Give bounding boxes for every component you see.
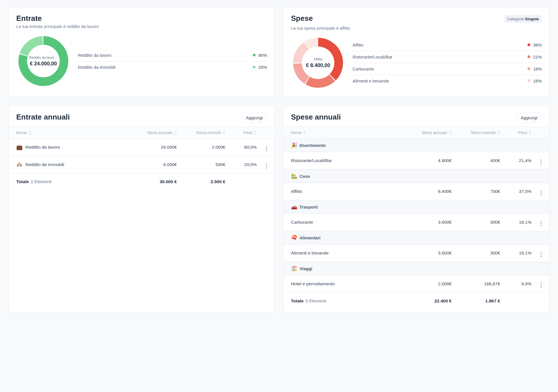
legend-row[interactable]: Reddito da immobili20% bbox=[78, 61, 267, 73]
legend-row[interactable]: Reddito da lavoro80% bbox=[78, 49, 267, 61]
row-menu-button[interactable] bbox=[257, 143, 267, 151]
table-row[interactable]: Carburante3.600€300€16,1% bbox=[284, 214, 549, 231]
row-name: Reddito da immobili bbox=[25, 162, 64, 167]
expense-table-card: Spese annuali Aggiungi Nome Stima annual… bbox=[283, 106, 549, 312]
income-legend: Reddito da lavoro80%Reddito da immobili2… bbox=[78, 49, 267, 73]
legend-pct: 16% bbox=[533, 66, 542, 71]
row-icon: 💼 bbox=[16, 144, 23, 150]
expense-table-footer: Totale5 Elementi 22.400 € 1.867 € bbox=[284, 293, 549, 305]
income-table-title: Entrate annuali bbox=[16, 113, 70, 122]
sort-icon bbox=[223, 131, 225, 135]
income-donut-center-label: Reddito da lavor… bbox=[29, 56, 57, 60]
sort-icon bbox=[29, 131, 31, 135]
expense-legend: Affitto38%Ristorante/Locali/Bar21%Carbur… bbox=[353, 39, 542, 87]
expense-table-title: Spese annuali bbox=[291, 113, 341, 122]
row-weight: 37,5% bbox=[500, 189, 531, 194]
income-table-header: Nome Stima annuale Stima mensile Peso bbox=[9, 127, 274, 139]
table-row[interactable]: 💼Reddito da lavoro24.000€2.000€80,0% bbox=[9, 139, 274, 156]
total-monthly: 1.867 € bbox=[452, 298, 500, 304]
row-monthly: 300€ bbox=[452, 250, 500, 256]
col-monthly[interactable]: Stima mensile bbox=[452, 130, 500, 135]
row-annual: 2.000€ bbox=[403, 281, 452, 286]
more-vertical-icon bbox=[541, 283, 542, 288]
sort-icon bbox=[498, 131, 500, 135]
row-weight: 16,1% bbox=[500, 220, 531, 225]
col-weight[interactable]: Peso bbox=[225, 130, 257, 135]
row-annual: 6.000€ bbox=[128, 162, 177, 167]
group-header[interactable]: 🎉Divertimento bbox=[284, 139, 549, 152]
category-toggle-badge[interactable]: Categorie Singole bbox=[504, 15, 542, 23]
legend-pct: 20% bbox=[258, 65, 267, 70]
group-header[interactable]: 🏡Casa bbox=[284, 169, 549, 183]
legend-row[interactable]: Affitto38% bbox=[353, 39, 542, 51]
table-row[interactable]: Ristorante/Locali/Bar4.800€400€21,4% bbox=[284, 152, 549, 169]
legend-pct: 38% bbox=[533, 43, 542, 47]
legend-dot-icon bbox=[253, 54, 256, 56]
group-icon: 🚗 bbox=[291, 204, 297, 210]
col-annual[interactable]: Stima annuale bbox=[403, 130, 452, 135]
col-name[interactable]: Nome bbox=[16, 130, 128, 135]
expense-subtitle: La tua spesa principale è affitto bbox=[291, 26, 542, 31]
total-label: Totale bbox=[16, 179, 29, 184]
expense-donut-center-value: € 8.400,00 bbox=[306, 62, 330, 68]
row-monthly: 300€ bbox=[452, 220, 500, 225]
row-menu-button[interactable] bbox=[531, 218, 542, 226]
more-vertical-icon bbox=[541, 159, 542, 165]
col-name[interactable]: Nome bbox=[291, 130, 403, 135]
row-name: Reddito da lavoro bbox=[25, 145, 60, 150]
legend-label: Ristorante/Locali/Bar bbox=[353, 54, 392, 59]
legend-label: Reddito da lavoro bbox=[78, 53, 112, 58]
group-header[interactable]: 🚗Trasporti bbox=[284, 200, 549, 214]
group-name: Divertimento bbox=[300, 143, 326, 148]
col-monthly[interactable]: Stima mensile bbox=[177, 130, 225, 135]
table-row[interactable]: Alimenti e bevande3.600€300€16,1% bbox=[284, 245, 549, 262]
legend-label: Affitto bbox=[353, 43, 363, 47]
table-row[interactable]: Affitto8.400€700€37,5% bbox=[284, 183, 549, 200]
group-header[interactable]: 🏖️Viaggi bbox=[284, 262, 549, 275]
row-monthly: 166,67€ bbox=[452, 281, 500, 286]
row-name: Alimenti e bevande bbox=[291, 250, 329, 256]
row-weight: 20,0% bbox=[225, 162, 257, 167]
group-icon: 🏡 bbox=[291, 173, 297, 179]
sort-icon bbox=[254, 131, 257, 135]
legend-label: Reddito da immobili bbox=[78, 65, 116, 70]
group-icon: 🍣 bbox=[291, 235, 297, 241]
row-menu-button[interactable] bbox=[257, 161, 267, 169]
badge-value: Singole bbox=[525, 17, 539, 21]
more-vertical-icon bbox=[266, 163, 267, 169]
total-annual: 22.400 € bbox=[403, 298, 452, 304]
row-menu-button[interactable] bbox=[531, 249, 542, 257]
col-annual[interactable]: Stima annuale bbox=[128, 130, 177, 135]
legend-row[interactable]: Alimenti e bevande16% bbox=[353, 75, 542, 87]
badge-prefix: Categorie bbox=[507, 17, 525, 21]
income-table-card: Entrate annuali Aggiungi Nome Stima annu… bbox=[9, 106, 275, 312]
income-donut-center-value: € 24.000,00 bbox=[30, 61, 57, 67]
more-vertical-icon bbox=[541, 252, 542, 257]
col-weight[interactable]: Peso bbox=[500, 130, 531, 135]
table-row[interactable]: 🏘️Reddito da immobili6.000€500€20,0% bbox=[9, 156, 274, 173]
legend-dot-icon bbox=[527, 55, 530, 58]
legend-dot-icon bbox=[527, 43, 530, 46]
expense-donut-card: Spese Categorie Singole La tua spesa pri… bbox=[283, 7, 549, 97]
add-income-button[interactable]: Aggiungi bbox=[242, 113, 267, 123]
sort-icon bbox=[529, 131, 531, 135]
legend-dot-icon bbox=[527, 67, 530, 70]
row-menu-button[interactable] bbox=[531, 157, 542, 165]
legend-pct: 21% bbox=[533, 54, 542, 59]
income-donut-chart: Reddito da lavor… € 24.000,00 bbox=[16, 34, 70, 88]
legend-row[interactable]: Ristorante/Locali/Bar21% bbox=[353, 51, 542, 63]
add-expense-button[interactable]: Aggiungi bbox=[517, 113, 542, 123]
row-menu-button[interactable] bbox=[531, 187, 542, 195]
more-vertical-icon bbox=[541, 190, 542, 195]
legend-dot-icon bbox=[527, 79, 530, 82]
income-donut-card: Entrate La tua entrata principale è redd… bbox=[9, 7, 275, 97]
legend-pct: 16% bbox=[533, 78, 542, 83]
total-annual: 30.000 € bbox=[128, 179, 177, 184]
row-monthly: 2.000€ bbox=[177, 145, 225, 150]
group-header[interactable]: 🍣Alimentari bbox=[284, 231, 549, 245]
table-row[interactable]: Hotel e pernottamento2.000€166,67€8,9% bbox=[284, 275, 549, 293]
group-name: Trasporti bbox=[300, 205, 318, 209]
more-vertical-icon bbox=[541, 221, 542, 226]
row-menu-button[interactable] bbox=[531, 280, 542, 288]
legend-row[interactable]: Carburante16% bbox=[353, 63, 542, 75]
